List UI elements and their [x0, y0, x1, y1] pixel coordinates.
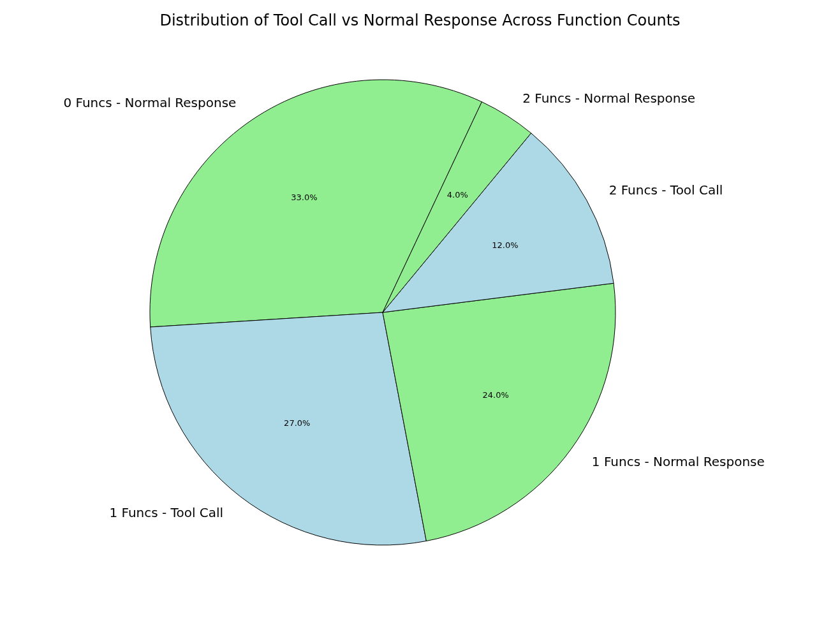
chart-container: Distribution of Tool Call vs Normal Resp… — [0, 0, 840, 621]
pie-category-label: 2 Funcs - Tool Call — [609, 182, 723, 198]
pie-percent-label: 12.0% — [492, 240, 518, 250]
pie-percent-label: 33.0% — [291, 192, 317, 201]
pie-category-label: 0 Funcs - Normal Response — [63, 95, 236, 110]
pie-percent-label: 27.0% — [284, 418, 310, 428]
pie-percent-label: 24.0% — [483, 390, 509, 399]
pie-category-label: 1 Funcs - Tool Call — [109, 505, 223, 520]
pie-category-label: 1 Funcs - Normal Response — [592, 454, 765, 469]
pie-category-label: 2 Funcs - Normal Response — [522, 91, 695, 106]
pie-chart — [0, 0, 840, 621]
pie-percent-label: 4.0% — [447, 190, 468, 200]
